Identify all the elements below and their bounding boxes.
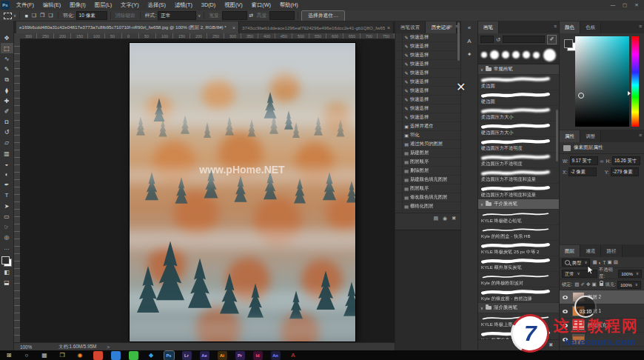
document-image[interactable]: www.pHome.NET	[130, 43, 355, 341]
y-value[interactable]: -279 像素	[611, 167, 639, 176]
screen-mode-button[interactable]: ⬓	[1, 277, 13, 287]
foreground-color-swatch[interactable]	[564, 39, 573, 48]
new-document-from-state-icon[interactable]: ▤	[433, 216, 438, 221]
history-state[interactable]: ▤ 栅格化图层	[395, 202, 460, 211]
menu-item[interactable]: 视图(V)	[220, 0, 246, 10]
brush-row[interactable]: ∨ 干介质画笔 干介质画笔	[478, 199, 559, 210]
lock-artboard-icon[interactable]: ▣	[591, 281, 596, 287]
history-source-checkbox[interactable]	[395, 193, 403, 201]
document-tab[interactable]: e169b6cdd480a31c42e04817e3773a7c8fb95c71…	[16, 21, 239, 33]
menu-item[interactable]: 帮助(H)	[275, 0, 303, 10]
brush-preview-dot[interactable]	[490, 50, 499, 59]
history-source-checkbox[interactable]	[395, 96, 403, 104]
app-illustrator[interactable]: Ai	[218, 351, 227, 360]
app-blue[interactable]	[111, 351, 121, 360]
app-red[interactable]	[93, 351, 103, 360]
marquee-tool-icon[interactable]	[4, 13, 12, 19]
foreground-color-swatch[interactable]	[1, 256, 10, 264]
lock-transparent-icon[interactable]: ▨	[574, 281, 579, 287]
filter-pixel-layers-icon[interactable]: ▦	[592, 259, 597, 265]
photoshop-app-icon[interactable]: Ps	[1, 1, 10, 10]
blur-tool[interactable]: ◒	[1, 159, 13, 169]
zoom-level-field[interactable]: 100%	[20, 344, 32, 350]
layer-filter-select[interactable]: 类型 ∨	[562, 259, 590, 267]
minimize-button[interactable]: —	[607, 0, 619, 10]
edit-toolbar[interactable]: …	[1, 243, 13, 253]
history-source-checkbox[interactable]	[395, 78, 403, 86]
brush-scrollbar[interactable]	[556, 110, 558, 161]
tab-swatches[interactable]: 色板	[580, 21, 601, 33]
brush-row[interactable]: ∨ 柔边圆 柔边圆	[478, 75, 559, 90]
x-value[interactable]: -2 像素	[568, 167, 597, 176]
pen-tool[interactable]: ✒	[1, 180, 13, 190]
app-photoshop[interactable]: Ps	[164, 351, 174, 360]
history-source-checkbox[interactable]	[395, 149, 403, 157]
app-diamond[interactable]: ◆	[147, 351, 156, 360]
new-selection-icon[interactable]: ■	[25, 13, 28, 19]
history-source-checkbox[interactable]	[395, 113, 403, 121]
history-source-checkbox[interactable]	[395, 69, 403, 77]
start-button[interactable]: ⊞	[4, 351, 14, 360]
color-menu-icon[interactable]: ≡	[639, 24, 642, 29]
brush-row[interactable]: ∨ 柔边圆压力大小 柔边圆压力大小	[478, 106, 559, 121]
tab-channels[interactable]: 通道	[580, 245, 601, 257]
history-state[interactable]: ▤ 图层顺序	[395, 158, 460, 167]
antialias-checkbox[interactable]: 消除锯齿	[115, 12, 135, 19]
history-source-checkbox[interactable]	[395, 87, 403, 95]
brush-search-input[interactable]	[503, 36, 545, 43]
horizontal-ruler[interactable]: 3002502001501005005010015020025030035040…	[20, 33, 395, 39]
move-tool[interactable]: ✥	[1, 33, 13, 43]
history-state[interactable]: ✥ 移动	[395, 211, 460, 213]
lock-position-icon[interactable]: ✥	[586, 281, 590, 287]
tab-close-icon[interactable]: ×	[387, 25, 390, 30]
group-chevron-icon[interactable]: ∨	[480, 67, 483, 72]
app-premiere[interactable]: Pr	[235, 351, 245, 360]
layer-row[interactable]: 图层 2	[560, 290, 644, 304]
overlay-close-icon[interactable]: ✕	[456, 80, 466, 94]
brush-preview-dot[interactable]	[512, 51, 520, 59]
brush-row[interactable]: ∨ Kyle 的终极粉彩派对 Kyle 的终极粉彩派对	[478, 272, 559, 287]
menu-item[interactable]: 文件(F)	[12, 0, 38, 10]
tab-brush-settings[interactable]: 画笔设置	[395, 21, 426, 33]
menu-item[interactable]: 图层(L)	[90, 0, 117, 10]
browser-firefox[interactable]: ◉	[76, 351, 85, 360]
brushes-menu-icon[interactable]: ≡	[554, 24, 557, 29]
tool-preset-caret-icon[interactable]: ∨	[13, 13, 16, 18]
history-source-checkbox[interactable]	[395, 122, 403, 130]
history-source-checkbox[interactable]	[395, 176, 403, 184]
history-state[interactable]: ✎ 快速选择	[395, 113, 460, 122]
feather-input[interactable]: 10 像素	[76, 11, 107, 20]
status-options-icon[interactable]: >	[107, 344, 110, 350]
brush-row[interactable]: ∨ KYLE 终极硬心铅笔 KYLE 终极硬心铅笔	[478, 210, 559, 225]
history-source-checkbox[interactable]	[395, 211, 403, 213]
document-tab[interactable]: 3743cc9beb1ddeace1296eaf7924296e496e16dc…	[239, 21, 394, 33]
brush-preview-dot[interactable]	[523, 51, 530, 59]
history-state[interactable]: ✎ 快速选择	[395, 51, 460, 60]
history-state[interactable]: ✎ 快速选择	[395, 96, 460, 104]
panel-expand-icon[interactable]: »	[449, 24, 452, 29]
brush-row[interactable]: ∨ KYLE 终极炭笔 25 px 中等 2 KYLE 终极炭笔 25 px 中…	[478, 241, 559, 256]
history-source-checkbox[interactable]	[395, 104, 403, 113]
brush-preview-dot[interactable]	[502, 51, 509, 59]
layer-visibility-icon[interactable]	[563, 296, 568, 299]
color-field-marker[interactable]	[578, 93, 584, 99]
menu-item[interactable]: 编辑(E)	[38, 0, 65, 10]
filter-adjustment-layers-icon[interactable]: ◐	[599, 260, 602, 265]
style-caret-icon[interactable]: ∨	[198, 13, 201, 18]
menu-item[interactable]: 文字(Y)	[116, 0, 143, 10]
tab-paths[interactable]: 路径	[601, 245, 622, 257]
intersect-selection-icon[interactable]: ❏	[48, 13, 53, 19]
swap-dimensions-icon[interactable]: ⇄	[249, 13, 253, 19]
width-value[interactable]: 9.17 英寸	[570, 156, 598, 165]
history-source-checkbox[interactable]	[395, 42, 403, 50]
brush-row[interactable]: ∨ KYLE 额外厚实炭笔 KYLE 额外厚实炭笔	[478, 256, 559, 272]
saturation-brightness-field[interactable]	[575, 36, 629, 127]
filter-shape-layers-icon[interactable]: ▣	[607, 259, 611, 265]
group-chevron-icon[interactable]: ∨	[480, 202, 483, 207]
brush-reset-icon[interactable]: ↺	[496, 36, 500, 43]
brush-tool[interactable]: ✐	[1, 106, 13, 116]
brush-row[interactable]: ∨ 柔边圆压力不透明度和流量 柔边圆压力不透明度和流量	[478, 168, 559, 184]
history-scrollbar[interactable]	[457, 22, 460, 61]
history-source-checkbox[interactable]	[395, 51, 403, 59]
app-animate[interactable]: An	[271, 351, 281, 360]
